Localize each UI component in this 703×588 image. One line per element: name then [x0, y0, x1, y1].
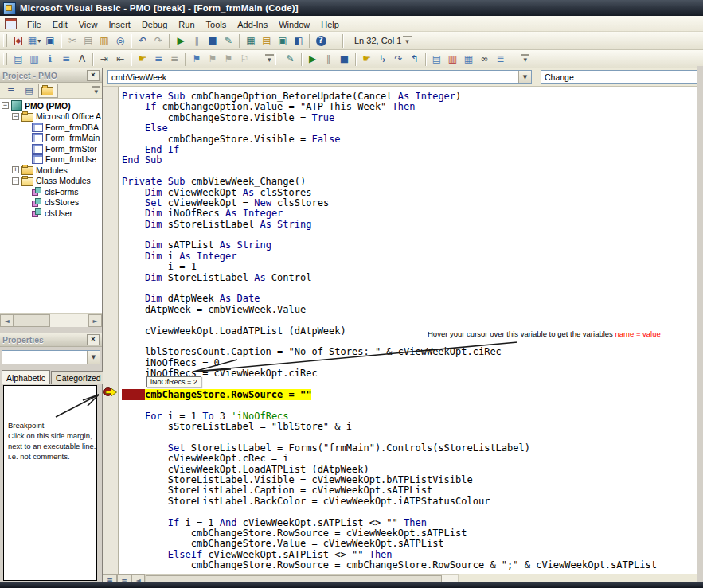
- call-stack-button[interactable]: ≣: [493, 52, 509, 66]
- menu-item-tools[interactable]: Tools: [201, 18, 232, 31]
- reset-button[interactable]: ■: [205, 33, 221, 48]
- design-mode-button[interactable]: ✎: [283, 52, 299, 66]
- save-button[interactable]: ▣: [42, 33, 58, 48]
- menu-item-window[interactable]: Window: [273, 18, 315, 31]
- properties-close-button[interactable]: ×: [87, 334, 100, 345]
- project-tree-hscrollbar[interactable]: ◄ ►: [0, 313, 102, 327]
- previous-bookmark-button[interactable]: ⚑: [221, 52, 236, 66]
- toggle-breakpoint-button[interactable]: ☛: [359, 52, 375, 66]
- break-button[interactable]: ∥: [321, 52, 337, 66]
- menu-item-insert[interactable]: Insert: [103, 18, 136, 31]
- properties-panel-header[interactable]: Properties ×: [0, 333, 102, 347]
- undo-button[interactable]: ↶: [135, 33, 150, 48]
- toolbar-options-chevron-icon[interactable]: ▾: [403, 36, 412, 45]
- collapse-icon[interactable]: −: [2, 102, 9, 109]
- locals-window-button[interactable]: ▤: [429, 52, 445, 66]
- title-bar[interactable]: Microsoft Visual Basic - PMO [break] - […: [0, 0, 703, 16]
- indent-button[interactable]: ⇥: [96, 52, 112, 66]
- toggle-folders-button[interactable]: [38, 84, 58, 98]
- toolbar-options-chevron-icon[interactable]: ▾: [521, 54, 530, 64]
- view-code-button[interactable]: ≡: [2, 84, 20, 97]
- menu-item-addins[interactable]: Add-Ins: [232, 18, 273, 31]
- view-access-button[interactable]: ◆: [10, 33, 26, 48]
- properties-object-selector[interactable]: ▼: [2, 350, 100, 364]
- tree-item-clsstores[interactable]: clsStores: [0, 197, 102, 208]
- tree-item-microsoft-office-a[interactable]: −Microsoft Office A: [0, 111, 102, 123]
- tree-item-form-frmdba[interactable]: Form_frmDBA: [0, 122, 102, 133]
- tree-item-clsuser[interactable]: clsUser: [0, 208, 102, 219]
- insert-userform-button[interactable]: ▦▾: [26, 33, 42, 48]
- menu-item-help[interactable]: Help: [315, 18, 345, 31]
- scrollbar-thumb[interactable]: [14, 314, 50, 327]
- expand-icon[interactable]: +: [12, 166, 19, 173]
- tab-categorized[interactable]: Categorized: [51, 371, 106, 384]
- cut-button[interactable]: ✂: [64, 33, 80, 48]
- tree-item-modules[interactable]: +Modules: [0, 165, 102, 176]
- toolbar-grip[interactable]: [3, 34, 7, 47]
- project-close-button[interactable]: ×: [87, 70, 100, 81]
- object-browser-button[interactable]: ◧: [291, 33, 307, 48]
- object-dropdown[interactable]: cmbViewWeek ▼: [107, 70, 532, 84]
- menu-item-debug[interactable]: Debug: [136, 18, 173, 31]
- collapse-icon[interactable]: −: [12, 113, 19, 120]
- clear-bookmarks-button[interactable]: ⚐: [236, 52, 252, 66]
- uncomment-block-button[interactable]: ≡: [166, 52, 182, 66]
- tree-item-form-frmmain[interactable]: Form_frmMain: [0, 133, 102, 144]
- project-explorer-button[interactable]: ▦: [243, 33, 259, 48]
- scrollbar-track[interactable]: [50, 314, 88, 327]
- redo-button[interactable]: ↷: [150, 33, 166, 48]
- quick-info-button[interactable]: ℹ: [42, 52, 58, 66]
- toolbox-button[interactable]: ▣: [275, 33, 291, 48]
- chevron-down-icon[interactable]: ▾: [37, 37, 41, 45]
- tree-item-pmo-pmo-[interactable]: −PMO (PMO): [0, 100, 102, 111]
- project-panel-header[interactable]: Project - PMO ×: [0, 68, 102, 83]
- view-object-button[interactable]: ▤: [20, 84, 38, 97]
- scroll-right-icon[interactable]: ►: [88, 314, 102, 327]
- tree-item-form-frmuse[interactable]: Form_frmUse: [0, 154, 102, 165]
- help-button[interactable]: ?: [313, 33, 329, 48]
- chevron-down-icon[interactable]: ▼: [518, 71, 531, 83]
- comment-block-button[interactable]: ≡: [150, 52, 166, 66]
- breakpoint-current-statement-indicator[interactable]: [103, 387, 118, 397]
- toggle-bookmark-button[interactable]: ⚑: [189, 52, 205, 66]
- step-out-button[interactable]: ↰: [407, 52, 423, 66]
- find-button[interactable]: ◎: [112, 33, 128, 48]
- toggle-breakpoint-button[interactable]: ☛: [135, 52, 150, 66]
- next-bookmark-button[interactable]: ⚑: [205, 52, 221, 66]
- toolbar-grip[interactable]: [3, 53, 7, 65]
- list-constants-button[interactable]: ▥: [26, 52, 42, 66]
- design-mode-button[interactable]: ✎: [221, 33, 236, 48]
- properties-window-button[interactable]: ▤: [259, 33, 275, 48]
- menu-item-run[interactable]: Run: [173, 18, 200, 31]
- tab-alphabetic[interactable]: Alphabetic: [2, 370, 50, 384]
- watch-window-button[interactable]: ▦: [461, 52, 477, 66]
- breakpoint-margin[interactable]: [103, 87, 119, 574]
- chevron-down-icon[interactable]: ▼: [87, 351, 100, 364]
- scroll-left-icon[interactable]: ◄: [0, 314, 14, 327]
- menu-item-edit[interactable]: Edit: [47, 18, 73, 31]
- tree-item-class-modules[interactable]: −Class Modules: [0, 176, 102, 187]
- continue-button[interactable]: ▶: [305, 52, 321, 66]
- procedure-dropdown[interactable]: Change: [541, 70, 703, 84]
- collapse-icon[interactable]: −: [12, 177, 19, 185]
- panel-splitter[interactable]: [0, 327, 102, 333]
- child-window-icon[interactable]: [5, 18, 17, 29]
- toolbar-options-chevron-icon[interactable]: ▾: [92, 86, 100, 95]
- tree-item-form-frmstor[interactable]: Form_frmStor: [0, 143, 102, 154]
- copy-button[interactable]: ▤: [80, 33, 96, 48]
- tree-item-clsforms[interactable]: clsForms: [0, 186, 102, 197]
- paste-button[interactable]: ▥: [96, 33, 112, 48]
- parameter-info-button[interactable]: ≡: [58, 52, 74, 66]
- list-properties-button[interactable]: ▤: [10, 52, 26, 66]
- reset-button[interactable]: ■: [337, 52, 353, 66]
- toolbar-grip[interactable]: [275, 53, 279, 65]
- run-button[interactable]: ▶: [173, 33, 189, 48]
- step-into-button[interactable]: ↳: [375, 52, 391, 66]
- complete-word-button[interactable]: A: [74, 52, 90, 66]
- outdent-button[interactable]: ⇤: [112, 52, 128, 66]
- quick-watch-button[interactable]: ∞: [477, 52, 493, 66]
- toolbar-options-chevron-icon[interactable]: ▾: [265, 54, 274, 64]
- menu-item-file[interactable]: File: [21, 18, 47, 31]
- step-over-button[interactable]: ↷: [391, 52, 407, 66]
- menu-item-view[interactable]: View: [73, 18, 103, 31]
